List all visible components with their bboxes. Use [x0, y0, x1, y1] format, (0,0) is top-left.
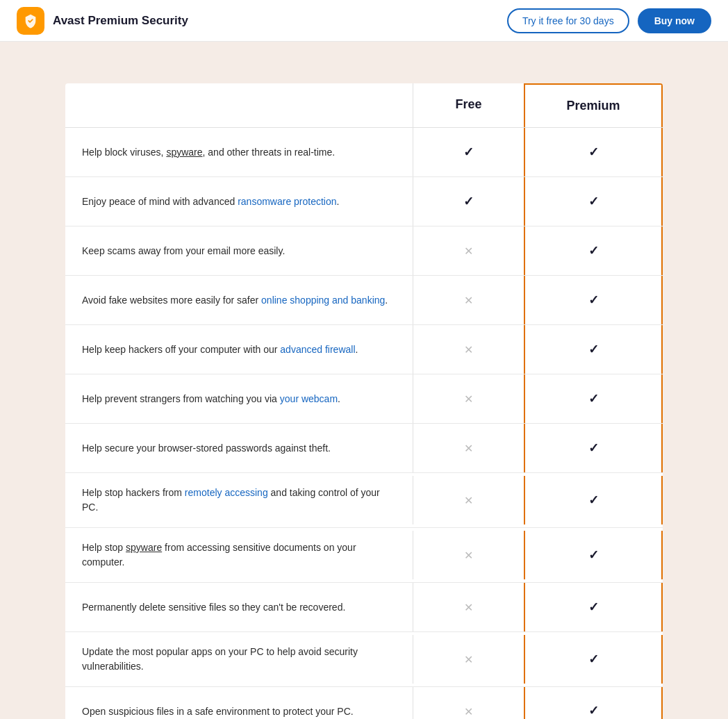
table-row: Update the most popular apps on your PC … — [65, 632, 663, 687]
free-cell: ✕ — [413, 531, 524, 579]
app-logo-icon — [17, 7, 44, 35]
header-logo: Avast Premium Security — [17, 7, 188, 35]
premium-cell: ✓ — [524, 128, 663, 176]
check-icon: ✓ — [588, 652, 599, 667]
feature-description: Enjoy peace of mind with advanced ransom… — [65, 182, 413, 222]
premium-cell: ✓ — [524, 276, 663, 324]
check-icon: ✓ — [588, 440, 599, 456]
x-icon: ✕ — [464, 653, 473, 666]
check-icon: ✓ — [588, 600, 599, 615]
premium-cell: ✓ — [524, 325, 663, 374]
feature-description: Update the most popular apps on your PC … — [65, 632, 413, 686]
feature-description: Help keep hackers off your computer with… — [65, 330, 413, 370]
table-row: Help stop hackers from remotely accessin… — [65, 473, 663, 528]
x-icon: ✕ — [464, 392, 473, 406]
feature-description: Keep scams away from your email more eas… — [65, 231, 413, 271]
x-icon: ✕ — [464, 549, 473, 562]
feature-description: Help stop hackers from remotely accessin… — [65, 473, 413, 527]
feature-description: Help stop spyware from accessing sensiti… — [65, 528, 413, 582]
x-icon: ✕ — [464, 245, 473, 258]
free-cell: ✕ — [413, 374, 524, 423]
premium-cell: ✓ — [524, 635, 663, 684]
app-header: Avast Premium Security Try it free for 3… — [0, 0, 728, 42]
feature-description: Avoid fake websites more easily for safe… — [65, 281, 413, 320]
table-row: Keep scams away from your email more eas… — [65, 226, 663, 276]
premium-cell: ✓ — [524, 583, 663, 631]
feature-rows: Help block viruses, spyware, and other t… — [65, 128, 663, 719]
app-title: Avast Premium Security — [53, 14, 188, 28]
x-icon: ✕ — [464, 343, 473, 356]
free-cell: ✕ — [413, 583, 524, 631]
free-cell: ✕ — [413, 424, 524, 472]
check-icon: ✓ — [588, 243, 599, 258]
premium-cell: ✓ — [524, 687, 663, 719]
check-icon: ✓ — [588, 144, 599, 160]
check-icon: ✓ — [588, 292, 599, 308]
table-row: Permanently delete sensitive files so th… — [65, 583, 663, 632]
table-row: Help stop spyware from accessing sensiti… — [65, 528, 663, 583]
premium-cell: ✓ — [524, 531, 663, 579]
free-cell: ✕ — [413, 226, 524, 275]
feature-description: Help secure your browser-stored password… — [65, 429, 413, 468]
feature-description: Permanently delete sensitive files so th… — [65, 588, 413, 627]
check-icon: ✓ — [463, 194, 474, 209]
check-icon: ✓ — [588, 391, 599, 406]
x-icon: ✕ — [464, 294, 473, 307]
table-row: Help keep hackers off your computer with… — [65, 325, 663, 374]
free-cell: ✕ — [413, 687, 524, 719]
x-icon: ✕ — [464, 601, 473, 614]
main-content: Free Premium Help block viruses, spyware… — [51, 42, 677, 719]
feature-description: Help block viruses, spyware, and other t… — [65, 133, 413, 172]
check-icon: ✓ — [588, 493, 599, 508]
check-icon: ✓ — [463, 144, 474, 160]
buy-now-button[interactable]: Buy now — [638, 8, 711, 33]
free-cell: ✕ — [413, 635, 524, 684]
free-cell: ✓ — [413, 128, 524, 176]
x-icon: ✕ — [464, 442, 473, 455]
feature-description: Open suspicious files in a safe environm… — [65, 692, 413, 720]
check-icon: ✓ — [588, 342, 599, 357]
table-row: Help secure your browser-stored password… — [65, 424, 663, 473]
free-column-header: Free — [413, 83, 524, 127]
table-header-row: Free Premium — [65, 83, 663, 128]
table-row: Open suspicious files in a safe environm… — [65, 687, 663, 719]
try-free-button[interactable]: Try it free for 30 days — [507, 8, 629, 33]
table-row: Help prevent strangers from watching you… — [65, 374, 663, 424]
premium-cell: ✓ — [524, 374, 663, 423]
feature-column-header — [65, 83, 413, 127]
check-icon: ✓ — [588, 547, 599, 563]
header-actions: Try it free for 30 days Buy now — [507, 8, 711, 33]
check-icon: ✓ — [588, 703, 599, 718]
premium-cell: ✓ — [524, 226, 663, 275]
premium-cell: ✓ — [524, 476, 663, 524]
free-cell: ✕ — [413, 476, 524, 524]
free-cell: ✕ — [413, 276, 524, 324]
table-row: Avoid fake websites more easily for safe… — [65, 276, 663, 325]
premium-cell: ✓ — [524, 424, 663, 472]
free-cell: ✕ — [413, 325, 524, 374]
x-icon: ✕ — [464, 705, 473, 718]
comparison-table: Free Premium Help block viruses, spyware… — [65, 83, 663, 719]
check-icon: ✓ — [588, 194, 599, 209]
free-cell: ✓ — [413, 177, 524, 226]
table-row: Enjoy peace of mind with advanced ransom… — [65, 177, 663, 226]
table-row: Help block viruses, spyware, and other t… — [65, 128, 663, 177]
feature-description: Help prevent strangers from watching you… — [65, 379, 413, 419]
premium-column-header: Premium — [524, 83, 663, 127]
premium-cell: ✓ — [524, 177, 663, 226]
x-icon: ✕ — [464, 494, 473, 507]
